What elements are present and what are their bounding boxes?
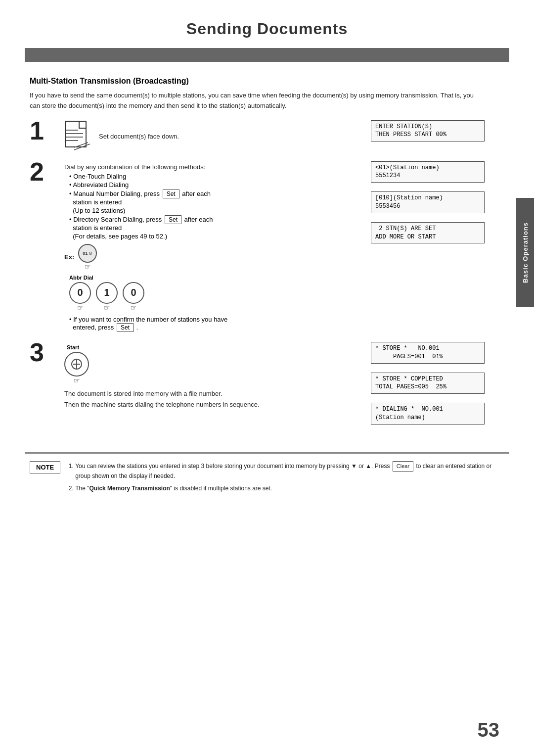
- step2-lcd-1: <01>(Station name) 5551234: [371, 161, 485, 183]
- ex-finger-icon: ☞: [85, 263, 91, 271]
- bullet-abbreviated: • Abbreviated Dialing: [69, 181, 361, 189]
- clear-button[interactable]: Clear: [393, 461, 413, 472]
- dial-btn-0-second[interactable]: 0: [123, 282, 144, 304]
- start-icon: [71, 358, 83, 370]
- note-item-1: You can review the stations you entered …: [75, 461, 504, 481]
- step1-lcd-box: ENTER STATION(S) THEN PRESS START 00%: [371, 120, 485, 142]
- step-3-number: 3: [30, 339, 59, 365]
- note-item-2: The "Quick Memory Transmission" is disab…: [75, 484, 504, 493]
- sidebar-tab-label: Basic Operations: [522, 222, 529, 283]
- dial-finger-0: ☞: [77, 304, 84, 312]
- doc-icon-area: Set document(s) face down.: [64, 120, 361, 152]
- bullet-directory: • Directory Search Dialing, press Set af…: [69, 215, 361, 232]
- page-title: Sending Documents: [30, 20, 504, 38]
- start-btn-area: Start ☞: [64, 344, 361, 384]
- page-header: Sending Documents: [0, 0, 534, 43]
- step-1-number: 1: [30, 118, 59, 143]
- steps-area: 1: [30, 120, 485, 427]
- note-section: NOTE You can review the stations you ent…: [0, 461, 534, 506]
- svg-rect-0: [65, 121, 86, 147]
- step-3-row: 3 Start: [30, 342, 485, 427]
- step-2-row: 2 Dial by any combination of the followi…: [30, 161, 485, 332]
- ex-button-container: 01 ⊙ ☞: [78, 244, 97, 271]
- main-content: Multi-Station Transmission (Broadcasting…: [0, 62, 534, 437]
- step-3-right: * STORE * NO.001 PAGES=001 01% * STORE *…: [371, 342, 485, 427]
- step-2-number: 2: [30, 159, 59, 185]
- dial-buttons: 0 ☞ 1 ☞ 0 ☞: [69, 282, 361, 312]
- step3-lcd-1: * STORE * NO.001 PAGES=001 01%: [371, 342, 485, 364]
- step-1-content: Set document(s) face down. ENTER STATION…: [59, 120, 485, 156]
- ex-area: Ex: 01 ⊙ ☞: [64, 244, 361, 271]
- step-3-left: Start ☞: [64, 342, 361, 410]
- sidebar-tab: Basic Operations: [516, 198, 534, 307]
- start-label: Start: [67, 344, 79, 350]
- bullet-one-touch: • One-Touch Dialing: [69, 173, 361, 180]
- ex-key-button[interactable]: 01 ⊙: [78, 244, 97, 263]
- bullet-details: (For details, see pages 49 to 52.): [69, 233, 361, 240]
- abbr-dial-area: Abbr Dial 0 ☞ 1 ☞: [69, 275, 361, 312]
- start-button[interactable]: [64, 352, 89, 377]
- intro-text: If you have to send the same document(s)…: [30, 91, 485, 111]
- dial-btn-0-first[interactable]: 0: [69, 282, 91, 304]
- section-title: Multi-Station Transmission (Broadcasting…: [30, 77, 485, 86]
- dial-finger-2: ☞: [131, 304, 137, 312]
- set-btn-2[interactable]: Set: [165, 215, 181, 224]
- note-content: You can review the stations you entered …: [68, 461, 504, 496]
- step3-lcd-3: * DIALING * NO.001 (Station name): [371, 403, 485, 425]
- page-number: 53: [478, 719, 500, 741]
- step-1-desc: Set document(s) face down.: [99, 133, 179, 140]
- set-btn-1[interactable]: Set: [163, 189, 179, 198]
- dial-btn-1[interactable]: 1: [96, 282, 118, 304]
- step-3-content: Start ☞: [59, 342, 485, 427]
- bullet-up-to: (Up to 12 stations): [69, 207, 361, 214]
- bottom-divider: [25, 452, 509, 454]
- document-icon: [64, 120, 91, 152]
- step-2-right: <01>(Station name) 5551234 [010](Station…: [371, 161, 485, 247]
- step2-lcd-3: 2 STN(S) ARE SET ADD MORE OR START: [371, 222, 485, 244]
- step2-title: Dial by any combination of the following…: [64, 161, 361, 173]
- title-bar: [25, 48, 509, 62]
- note-label: NOTE: [30, 461, 60, 473]
- abbr-dial-label: Abbr Dial: [69, 275, 361, 281]
- dial-0-first-container: 0 ☞: [69, 282, 91, 312]
- step-1-lcd: ENTER STATION(S) THEN PRESS START 00%: [371, 120, 485, 156]
- step3-desc1: The document is stored into memory with …: [64, 388, 361, 410]
- step-2-content: Dial by any combination of the following…: [59, 161, 485, 332]
- dial-finger-1: ☞: [104, 304, 110, 312]
- set-btn-confirm[interactable]: Set: [117, 323, 134, 332]
- step-2-left: Dial by any combination of the following…: [64, 161, 361, 332]
- bullet-manual: • Manual Number Dialing, press Set after…: [69, 189, 361, 206]
- ex-label: Ex:: [64, 253, 74, 261]
- start-finger-icon: ☞: [74, 377, 80, 384]
- dial-0-second-container: 0 ☞: [123, 282, 144, 312]
- step3-lcd-2: * STORE * COMPLETED TOTAL PAGES=005 25%: [371, 373, 485, 394]
- confirm-line: • If you want to confirm the number of s…: [69, 316, 361, 332]
- start-btn-container: ☞: [64, 352, 89, 384]
- step-1-row: 1: [30, 120, 485, 156]
- step2-lcd-2: [010](Station name) 5553456: [371, 191, 485, 213]
- dial-1-container: 1 ☞: [96, 282, 118, 312]
